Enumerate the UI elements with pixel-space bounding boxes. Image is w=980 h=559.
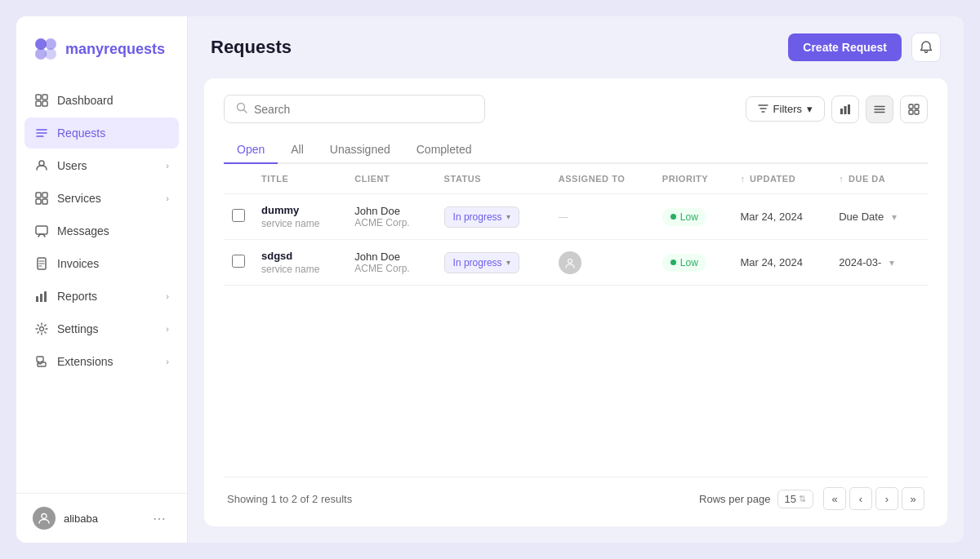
sidebar-nav: Dashboard Requests Users › bbox=[16, 85, 187, 493]
sidebar-item-label: Settings bbox=[57, 322, 99, 335]
sidebar-item-requests[interactable]: Requests bbox=[24, 118, 179, 149]
row-checkbox[interactable] bbox=[232, 255, 245, 268]
tab-open[interactable]: Open bbox=[224, 136, 278, 164]
sidebar-item-dashboard[interactable]: Dashboard bbox=[24, 85, 179, 116]
services-icon bbox=[34, 191, 49, 206]
sidebar-item-label: Reports bbox=[57, 290, 97, 303]
tab-all[interactable]: All bbox=[278, 136, 317, 164]
sidebar-item-reports[interactable]: Reports › bbox=[24, 281, 179, 312]
svg-point-11 bbox=[39, 161, 44, 166]
sidebar-item-label: Dashboard bbox=[57, 94, 114, 107]
row-checkbox[interactable] bbox=[232, 209, 245, 222]
last-page-button[interactable]: » bbox=[902, 487, 924, 510]
notification-button[interactable] bbox=[911, 33, 941, 62]
sidebar-item-label: Services bbox=[57, 192, 101, 205]
dashboard-icon bbox=[34, 93, 49, 108]
svg-rect-29 bbox=[840, 109, 843, 114]
expand-row-button[interactable]: ▾ bbox=[889, 210, 900, 224]
rows-per-page-select[interactable]: 15 ⇅ bbox=[777, 490, 813, 508]
logo-icon bbox=[33, 36, 59, 62]
svg-rect-7 bbox=[42, 101, 47, 106]
svg-rect-22 bbox=[40, 294, 42, 302]
pagination: « ‹ › » bbox=[823, 487, 924, 510]
sidebar-item-label: Users bbox=[57, 159, 87, 172]
svg-rect-23 bbox=[44, 291, 47, 302]
col-priority: PRIORITY bbox=[654, 164, 733, 194]
user-menu-button[interactable]: ⋯ bbox=[148, 509, 171, 528]
prev-page-button[interactable]: ‹ bbox=[849, 487, 872, 510]
updated-cell: Mar 24, 2024 bbox=[732, 240, 831, 286]
svg-rect-5 bbox=[42, 95, 47, 100]
chevron-down-icon: ▾ bbox=[506, 212, 510, 221]
title-cell: sdgsd service name bbox=[253, 240, 346, 286]
rows-per-page: Rows per page 15 ⇅ bbox=[699, 490, 813, 508]
table-footer: Showing 1 to 2 of 2 results Rows per pag… bbox=[224, 477, 928, 510]
priority-cell: Low bbox=[654, 240, 733, 286]
col-due-date[interactable]: ↑ DUE DA bbox=[831, 164, 928, 194]
svg-rect-38 bbox=[915, 110, 919, 114]
sidebar-item-services[interactable]: Services › bbox=[24, 183, 179, 214]
reports-icon bbox=[34, 289, 49, 304]
grid-view-button[interactable] bbox=[900, 95, 928, 123]
client-cell: John Doe ACME Corp. bbox=[346, 240, 435, 286]
search-icon bbox=[236, 102, 247, 116]
sidebar-item-extensions[interactable]: Extensions › bbox=[24, 346, 179, 377]
page-header: Requests Create Request bbox=[188, 16, 964, 78]
chevron-down-icon: ▾ bbox=[807, 103, 813, 115]
chevron-right-icon: › bbox=[166, 193, 169, 203]
col-updated[interactable]: ↑ UPDATED bbox=[732, 164, 831, 194]
chevron-right-icon: › bbox=[166, 291, 169, 301]
svg-rect-12 bbox=[36, 193, 41, 197]
sort-icon: ↑ bbox=[740, 174, 745, 184]
create-request-button[interactable]: Create Request bbox=[788, 33, 902, 61]
filters-button[interactable]: Filters ▾ bbox=[746, 96, 825, 122]
row-checkbox-cell bbox=[224, 194, 253, 240]
requests-table: TITLE CLIENT STATUS ASSIGNED TO PRIORITY… bbox=[224, 164, 928, 477]
row-checkbox-cell bbox=[224, 240, 253, 286]
tabs: Open All Unassigned Completed bbox=[224, 136, 928, 164]
expand-row-button[interactable]: ▾ bbox=[886, 255, 898, 270]
col-status: STATUS bbox=[436, 164, 550, 194]
search-input[interactable] bbox=[254, 103, 473, 116]
logo-text: manyrequests bbox=[65, 41, 165, 58]
tab-completed[interactable]: Completed bbox=[403, 136, 485, 164]
sidebar-item-label: Requests bbox=[57, 126, 105, 140]
tab-unassigned[interactable]: Unassigned bbox=[317, 136, 403, 164]
messages-icon bbox=[34, 224, 49, 238]
user-name: alibaba bbox=[64, 512, 98, 525]
status-badge[interactable]: In progress ▾ bbox=[444, 252, 519, 273]
table-row: sdgsd service name John Doe ACME Corp. I… bbox=[224, 240, 928, 286]
title-cell: dummy service name bbox=[253, 194, 346, 240]
first-page-button[interactable]: « bbox=[823, 487, 846, 510]
svg-line-28 bbox=[244, 110, 247, 113]
priority-badge: Low bbox=[662, 208, 706, 226]
svg-rect-4 bbox=[36, 95, 41, 100]
main-content: Requests Create Request bbox=[188, 16, 964, 543]
bar-chart-view-button[interactable] bbox=[831, 95, 859, 123]
svg-point-26 bbox=[42, 514, 47, 519]
sidebar-footer: alibaba ⋯ bbox=[16, 493, 187, 543]
sidebar: manyrequests Dashboard Requests bbox=[16, 16, 188, 543]
svg-rect-36 bbox=[915, 104, 919, 109]
list-view-button[interactable] bbox=[866, 95, 893, 123]
svg-rect-15 bbox=[42, 199, 47, 204]
toolbar-right: Filters ▾ bbox=[746, 95, 928, 123]
sidebar-item-users[interactable]: Users › bbox=[24, 150, 179, 181]
status-badge[interactable]: In progress ▾ bbox=[444, 206, 519, 228]
svg-rect-14 bbox=[36, 199, 41, 204]
svg-rect-21 bbox=[36, 296, 38, 302]
svg-rect-13 bbox=[42, 193, 47, 197]
sidebar-item-settings[interactable]: Settings › bbox=[24, 313, 179, 344]
client-cell: John Doe ACME Corp. bbox=[346, 194, 435, 240]
table-row: dummy service name John Doe ACME Corp. I… bbox=[224, 194, 928, 240]
invoices-icon bbox=[34, 256, 49, 271]
svg-rect-31 bbox=[848, 104, 850, 114]
page-title: Requests bbox=[211, 37, 292, 58]
sidebar-item-invoices[interactable]: Invoices bbox=[24, 248, 179, 279]
next-page-button[interactable]: › bbox=[875, 487, 898, 510]
sidebar-item-messages[interactable]: Messages bbox=[24, 215, 179, 246]
priority-dot bbox=[670, 260, 676, 265]
chevron-up-down-icon: ⇅ bbox=[799, 494, 806, 504]
assigned-avatar bbox=[559, 251, 581, 274]
extensions-icon bbox=[34, 354, 49, 369]
